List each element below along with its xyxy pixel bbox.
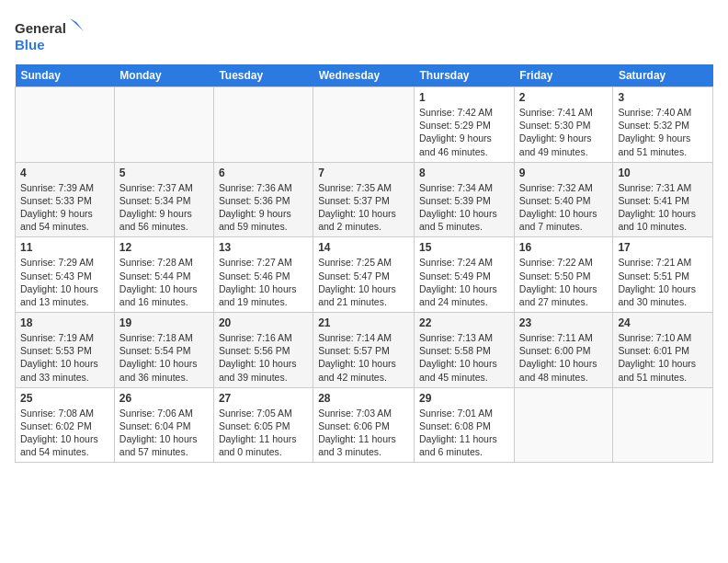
- day-info: Sunrise: 7:14 AM Sunset: 5:57 PM Dayligh…: [318, 331, 409, 384]
- day-info: Sunrise: 7:21 AM Sunset: 5:51 PM Dayligh…: [618, 256, 708, 308]
- day-number: 6: [219, 167, 308, 179]
- calendar-cell: 22Sunrise: 7:13 AM Sunset: 5:58 PM Dayli…: [415, 313, 515, 388]
- day-info: Sunrise: 7:29 AM Sunset: 5:43 PM Dayligh…: [20, 256, 109, 308]
- calendar-cell: 20Sunrise: 7:16 AM Sunset: 5:56 PM Dayli…: [213, 313, 313, 388]
- day-number: 24: [618, 316, 708, 329]
- calendar-cell: 28Sunrise: 7:03 AM Sunset: 6:06 PM Dayli…: [313, 387, 415, 463]
- day-number: 7: [318, 167, 409, 179]
- day-info: Sunrise: 7:18 AM Sunset: 5:54 PM Dayligh…: [119, 331, 209, 384]
- day-number: 8: [419, 167, 509, 179]
- day-number: 2: [519, 91, 609, 104]
- day-info: Sunrise: 7:13 AM Sunset: 5:58 PM Dayligh…: [419, 331, 509, 384]
- day-info: Sunrise: 7:06 AM Sunset: 6:04 PM Dayligh…: [119, 407, 209, 459]
- calendar-cell: 23Sunrise: 7:11 AM Sunset: 6:00 PM Dayli…: [514, 313, 613, 388]
- day-info: Sunrise: 7:31 AM Sunset: 5:41 PM Dayligh…: [618, 181, 708, 234]
- day-info: Sunrise: 7:37 AM Sunset: 5:34 PM Dayligh…: [119, 181, 209, 234]
- day-info: Sunrise: 7:25 AM Sunset: 5:47 PM Dayligh…: [318, 256, 409, 308]
- day-number: 13: [219, 241, 308, 254]
- day-number: 27: [219, 392, 308, 405]
- weekday-header-thursday: Thursday: [415, 64, 515, 87]
- svg-text:Blue: Blue: [15, 37, 45, 52]
- calendar-cell: [313, 87, 415, 163]
- calendar-cell: 3Sunrise: 7:40 AM Sunset: 5:32 PM Daylig…: [613, 87, 713, 163]
- day-number: 22: [419, 316, 509, 329]
- day-number: 19: [119, 316, 209, 329]
- logo-svg: GeneralBlue: [15, 15, 88, 55]
- day-info: Sunrise: 7:10 AM Sunset: 6:01 PM Dayligh…: [618, 331, 708, 384]
- day-number: 3: [618, 91, 708, 104]
- calendar-cell: [16, 87, 115, 163]
- day-number: 14: [318, 241, 409, 254]
- day-info: Sunrise: 7:28 AM Sunset: 5:44 PM Dayligh…: [119, 256, 209, 308]
- calendar-cell: 17Sunrise: 7:21 AM Sunset: 5:51 PM Dayli…: [613, 237, 713, 313]
- calendar-cell: 16Sunrise: 7:22 AM Sunset: 5:50 PM Dayli…: [514, 237, 613, 313]
- day-info: Sunrise: 7:35 AM Sunset: 5:37 PM Dayligh…: [318, 181, 409, 234]
- day-number: 21: [318, 316, 409, 329]
- day-info: Sunrise: 7:05 AM Sunset: 6:05 PM Dayligh…: [219, 407, 308, 459]
- day-number: 15: [419, 241, 509, 254]
- day-info: Sunrise: 7:42 AM Sunset: 5:29 PM Dayligh…: [419, 106, 509, 158]
- weekday-header-friday: Friday: [514, 64, 613, 87]
- calendar-cell: 18Sunrise: 7:19 AM Sunset: 5:53 PM Dayli…: [16, 313, 115, 388]
- calendar-cell: 6Sunrise: 7:36 AM Sunset: 5:36 PM Daylig…: [213, 162, 313, 237]
- calendar-cell: 21Sunrise: 7:14 AM Sunset: 5:57 PM Dayli…: [313, 313, 415, 388]
- calendar-week-row: 18Sunrise: 7:19 AM Sunset: 5:53 PM Dayli…: [16, 313, 713, 388]
- day-number: 4: [20, 167, 109, 179]
- day-info: Sunrise: 7:39 AM Sunset: 5:33 PM Dayligh…: [20, 181, 109, 234]
- day-number: 12: [119, 241, 209, 254]
- day-number: 18: [20, 316, 109, 329]
- day-info: Sunrise: 7:19 AM Sunset: 5:53 PM Dayligh…: [20, 331, 109, 384]
- calendar-cell: 25Sunrise: 7:08 AM Sunset: 6:02 PM Dayli…: [16, 387, 115, 463]
- calendar-week-row: 1Sunrise: 7:42 AM Sunset: 5:29 PM Daylig…: [16, 87, 713, 163]
- day-info: Sunrise: 7:36 AM Sunset: 5:36 PM Dayligh…: [219, 181, 308, 234]
- calendar-cell: 13Sunrise: 7:27 AM Sunset: 5:46 PM Dayli…: [213, 237, 313, 313]
- calendar-cell: 26Sunrise: 7:06 AM Sunset: 6:04 PM Dayli…: [114, 387, 213, 463]
- calendar-cell: [114, 87, 213, 163]
- calendar-cell: 5Sunrise: 7:37 AM Sunset: 5:34 PM Daylig…: [114, 162, 213, 237]
- day-info: Sunrise: 7:08 AM Sunset: 6:02 PM Dayligh…: [20, 407, 109, 459]
- calendar-cell: 4Sunrise: 7:39 AM Sunset: 5:33 PM Daylig…: [16, 162, 115, 237]
- calendar-cell: [613, 387, 713, 463]
- day-info: Sunrise: 7:01 AM Sunset: 6:08 PM Dayligh…: [419, 407, 509, 459]
- day-info: Sunrise: 7:41 AM Sunset: 5:30 PM Dayligh…: [519, 106, 609, 158]
- calendar-table: SundayMondayTuesdayWednesdayThursdayFrid…: [15, 64, 713, 463]
- calendar-cell: 15Sunrise: 7:24 AM Sunset: 5:49 PM Dayli…: [415, 237, 515, 313]
- day-info: Sunrise: 7:22 AM Sunset: 5:50 PM Dayligh…: [519, 256, 609, 308]
- day-number: 25: [20, 392, 109, 405]
- calendar-cell: 10Sunrise: 7:31 AM Sunset: 5:41 PM Dayli…: [613, 162, 713, 237]
- weekday-header-tuesday: Tuesday: [213, 64, 313, 87]
- day-number: 5: [119, 167, 209, 179]
- weekday-header-monday: Monday: [114, 64, 213, 87]
- day-number: 9: [519, 167, 609, 179]
- calendar-cell: 24Sunrise: 7:10 AM Sunset: 6:01 PM Dayli…: [613, 313, 713, 388]
- day-number: 29: [419, 392, 509, 405]
- calendar-body: 1Sunrise: 7:42 AM Sunset: 5:29 PM Daylig…: [16, 87, 713, 463]
- day-info: Sunrise: 7:11 AM Sunset: 6:00 PM Dayligh…: [519, 331, 609, 384]
- weekday-header-sunday: Sunday: [16, 64, 115, 87]
- calendar-cell: 27Sunrise: 7:05 AM Sunset: 6:05 PM Dayli…: [213, 387, 313, 463]
- calendar-cell: 9Sunrise: 7:32 AM Sunset: 5:40 PM Daylig…: [514, 162, 613, 237]
- calendar-cell: 8Sunrise: 7:34 AM Sunset: 5:39 PM Daylig…: [415, 162, 515, 237]
- calendar-cell: 12Sunrise: 7:28 AM Sunset: 5:44 PM Dayli…: [114, 237, 213, 313]
- day-number: 16: [519, 241, 609, 254]
- day-info: Sunrise: 7:27 AM Sunset: 5:46 PM Dayligh…: [219, 256, 308, 308]
- svg-text:General: General: [15, 20, 66, 36]
- day-info: Sunrise: 7:16 AM Sunset: 5:56 PM Dayligh…: [219, 331, 308, 384]
- calendar-cell: 7Sunrise: 7:35 AM Sunset: 5:37 PM Daylig…: [313, 162, 415, 237]
- calendar-cell: [514, 387, 613, 463]
- calendar-cell: 1Sunrise: 7:42 AM Sunset: 5:29 PM Daylig…: [415, 87, 515, 163]
- calendar-cell: 11Sunrise: 7:29 AM Sunset: 5:43 PM Dayli…: [16, 237, 115, 313]
- weekday-row: SundayMondayTuesdayWednesdayThursdayFrid…: [16, 64, 713, 87]
- svg-marker-2: [70, 18, 84, 31]
- weekday-header-saturday: Saturday: [613, 64, 713, 87]
- day-number: 28: [318, 392, 409, 405]
- day-info: Sunrise: 7:24 AM Sunset: 5:49 PM Dayligh…: [419, 256, 509, 308]
- day-number: 11: [20, 241, 109, 254]
- day-number: 20: [219, 316, 308, 329]
- day-number: 26: [119, 392, 209, 405]
- calendar-cell: 19Sunrise: 7:18 AM Sunset: 5:54 PM Dayli…: [114, 313, 213, 388]
- calendar-cell: 14Sunrise: 7:25 AM Sunset: 5:47 PM Dayli…: [313, 237, 415, 313]
- calendar-cell: 29Sunrise: 7:01 AM Sunset: 6:08 PM Dayli…: [415, 387, 515, 463]
- day-info: Sunrise: 7:40 AM Sunset: 5:32 PM Dayligh…: [618, 106, 708, 158]
- logo: GeneralBlue: [15, 15, 88, 55]
